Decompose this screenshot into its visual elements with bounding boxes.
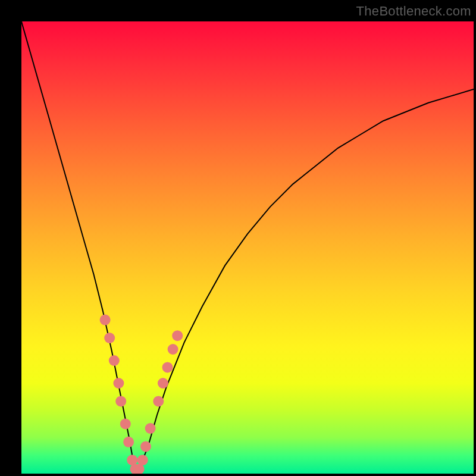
marker-dot [120,418,131,429]
marker-dot [113,378,124,389]
chart-container: TheBottleneck.com [0,0,476,476]
marker-dot [104,333,115,343]
marker-dot [140,441,151,452]
marker-dot [153,396,164,406]
marker-dot [109,355,120,366]
marker-dot [145,423,156,434]
marker-dot [158,378,168,389]
marker-dot [162,362,173,372]
bottleneck-curve [21,21,474,469]
watermark-text: TheBottleneck.com [356,4,471,19]
chart-svg [21,21,474,474]
marker-dots [100,315,183,474]
marker-dot [115,396,126,406]
marker-dot [137,455,148,465]
marker-dot [123,437,134,447]
marker-dot [172,330,183,341]
marker-dot [100,315,111,325]
marker-dot [168,344,178,355]
plot-area [21,21,474,474]
